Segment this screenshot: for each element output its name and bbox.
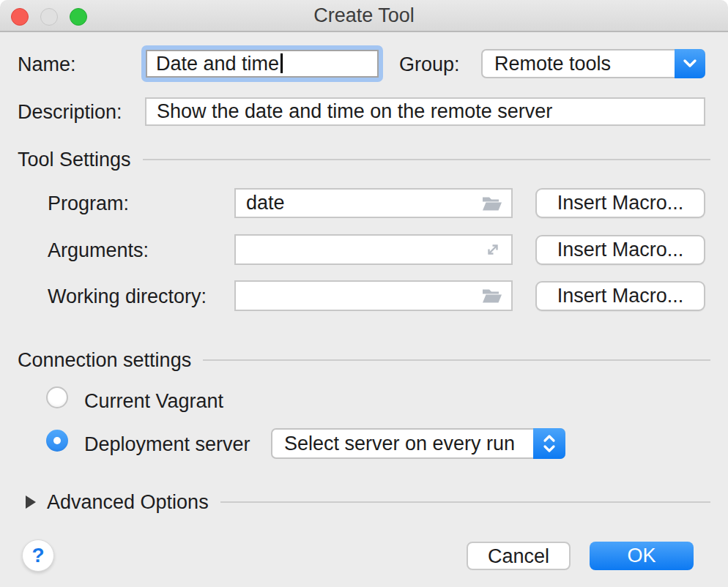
- browse-folder-icon[interactable]: [482, 288, 502, 304]
- section-divider: [220, 501, 710, 503]
- name-input[interactable]: Date and time: [146, 50, 379, 78]
- browse-folder-icon[interactable]: [482, 195, 502, 212]
- program-insert-macro-button[interactable]: Insert Macro...: [535, 188, 705, 218]
- advanced-options-toggle[interactable]: Advanced Options: [47, 491, 209, 514]
- disclosure-triangle-icon[interactable]: [26, 496, 36, 509]
- working-directory-insert-macro-button[interactable]: Insert Macro...: [535, 281, 705, 311]
- tool-settings-section: Tool Settings: [18, 150, 710, 169]
- working-directory-label: Working directory:: [48, 285, 207, 308]
- server-select-value: Select server on every run: [284, 430, 515, 457]
- tool-settings-heading: Tool Settings: [18, 149, 131, 171]
- advanced-options-section: Advanced Options: [26, 492, 710, 512]
- current-vagrant-label: Current Vagrant: [84, 390, 223, 413]
- description-label: Description:: [18, 101, 122, 124]
- group-combobox[interactable]: Remote tools: [481, 49, 705, 78]
- name-input-value: Date and time: [156, 53, 279, 75]
- text-caret: [281, 53, 283, 73]
- section-divider: [143, 159, 710, 160]
- server-select-dropdown[interactable]: Select server on every run: [271, 428, 565, 459]
- name-label: Name:: [18, 53, 76, 76]
- connection-settings-heading: Connection settings: [18, 349, 191, 372]
- group-label: Group:: [399, 53, 460, 76]
- program-input[interactable]: date: [234, 188, 513, 218]
- help-button[interactable]: ?: [22, 539, 54, 572]
- cancel-button[interactable]: Cancel: [467, 542, 571, 570]
- section-divider: [203, 359, 710, 361]
- program-input-value: date: [246, 192, 285, 214]
- chevron-up-down-icon: [541, 433, 557, 455]
- arguments-label: Arguments:: [48, 239, 149, 262]
- description-input[interactable]: Show the date and time on the remote ser…: [145, 97, 705, 126]
- arguments-input[interactable]: [234, 234, 513, 265]
- program-label: Program:: [48, 192, 129, 215]
- ok-button[interactable]: OK: [590, 542, 694, 570]
- working-directory-input[interactable]: [234, 280, 513, 311]
- name-field-focus-ring: Date and time: [141, 45, 383, 82]
- chevron-down-icon: [682, 59, 698, 69]
- expand-field-icon[interactable]: [483, 240, 502, 259]
- group-combobox-button[interactable]: [675, 49, 705, 78]
- create-tool-dialog: Create Tool Name: Date and time Group: R…: [0, 0, 728, 587]
- server-select-button[interactable]: [533, 428, 565, 459]
- current-vagrant-radio[interactable]: [46, 386, 68, 408]
- deployment-server-radio[interactable]: [46, 430, 68, 452]
- title-bar: Create Tool: [0, 0, 728, 32]
- arguments-insert-macro-button[interactable]: Insert Macro...: [535, 235, 705, 265]
- group-combobox-value: Remote tools: [494, 51, 611, 77]
- deployment-server-label: Deployment server: [84, 433, 250, 456]
- connection-settings-section: Connection settings: [18, 351, 710, 370]
- window-title: Create Tool: [0, 0, 728, 31]
